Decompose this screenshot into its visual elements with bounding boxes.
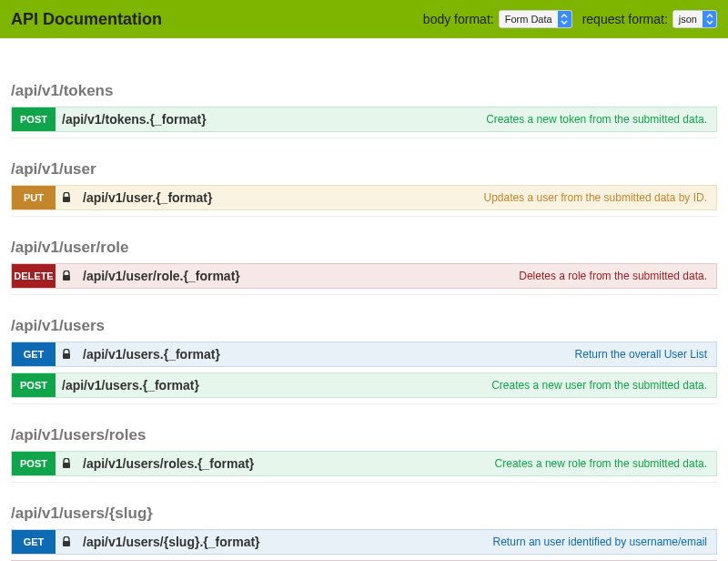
api-section: /api/v1/user/roleDELETE/api/v1/user/role…: [11, 239, 717, 295]
endpoint-path: /api/v1/users/roles.{_format}: [83, 456, 495, 471]
section-divider: [11, 138, 717, 138]
method-badge-post: POST: [12, 373, 56, 397]
section-divider: [11, 403, 717, 404]
svg-rect-0: [63, 197, 70, 202]
dropdown-arrows-icon: [703, 11, 716, 27]
request-format-select[interactable]: json: [672, 10, 717, 28]
body-format-select[interactable]: Form Data: [499, 10, 572, 28]
method-badge-get: GET: [12, 342, 56, 366]
section-title[interactable]: /api/v1/users: [11, 317, 717, 335]
endpoint-description: Creates a new role from the submitted da…: [495, 457, 707, 470]
endpoint-path: /api/v1/users.{_format}: [83, 347, 575, 362]
method-badge-put: PUT: [12, 186, 56, 209]
svg-rect-2: [63, 353, 70, 359]
endpoint-row[interactable]: DELETE/api/v1/user/role.{_format}Deletes…: [11, 263, 717, 289]
endpoint-path: /api/v1/users/{slug}.{_format}: [83, 535, 493, 549]
endpoint-row[interactable]: GET/api/v1/users.{_format}Return the ove…: [11, 342, 717, 367]
section-title[interactable]: /api/v1/users/roles: [11, 426, 717, 444]
api-section: /api/v1/tokensPOST/api/v1/tokens.{_forma…: [11, 82, 717, 138]
endpoint-path: /api/v1/user.{_format}: [83, 190, 484, 205]
endpoint-description: Creates a new user from the submitted da…: [491, 379, 707, 392]
request-format-value: json: [673, 11, 703, 27]
content-area: /api/v1/tokensPOST/api/v1/tokens.{_forma…: [0, 38, 728, 561]
header-controls: body format: Form Data request format: j…: [418, 10, 717, 28]
page-title: API Documentation: [11, 10, 418, 29]
api-section: /api/v1/userPUT/api/v1/user.{_format}Upd…: [11, 160, 717, 217]
section-title[interactable]: /api/v1/user: [11, 160, 717, 178]
section-title[interactable]: /api/v1/tokens: [11, 82, 717, 100]
svg-rect-3: [63, 463, 70, 468]
endpoint-path: /api/v1/tokens.{_format}: [62, 112, 486, 127]
method-badge-get: GET: [12, 530, 56, 554]
endpoint-description: Updates a user from the submitted data b…: [484, 191, 707, 204]
endpoint-description: Return an user identified by username/em…: [493, 536, 707, 548]
api-section: /api/v1/users/{slug}GET/api/v1/users/{sl…: [11, 505, 717, 561]
lock-icon: [62, 536, 75, 547]
method-badge-post: POST: [12, 107, 56, 131]
endpoint-row[interactable]: POST/api/v1/users.{_format}Creates a new…: [11, 372, 717, 398]
body-format-label: body format:: [423, 12, 494, 26]
lock-icon: [62, 458, 75, 469]
endpoint-description: Creates a new token from the submitted d…: [486, 113, 707, 126]
section-divider: [11, 294, 717, 295]
endpoint-path: /api/v1/user/role.{_format}: [83, 269, 519, 283]
endpoint-row[interactable]: PUT/api/v1/user.{_format}Updates a user …: [11, 185, 717, 210]
method-badge-post: POST: [12, 452, 56, 475]
endpoint-row[interactable]: POST/api/v1/tokens.{_format}Creates a ne…: [11, 107, 717, 132]
lock-icon: [62, 349, 75, 360]
section-divider: [11, 482, 717, 483]
header-bar: API Documentation body format: Form Data…: [0, 0, 728, 38]
body-format-value: Form Data: [500, 11, 558, 27]
api-section: /api/v1/usersGET/api/v1/users.{_format}R…: [11, 317, 717, 404]
endpoint-path: /api/v1/users.{_format}: [62, 378, 491, 393]
endpoint-row[interactable]: POST/api/v1/users/roles.{_format}Creates…: [11, 451, 717, 476]
method-badge-delete: DELETE: [12, 264, 56, 288]
lock-icon: [62, 270, 75, 281]
request-format-label: request format:: [582, 12, 668, 26]
endpoint-description: Return the overall User List: [575, 348, 707, 361]
section-title[interactable]: /api/v1/user/role: [11, 239, 717, 257]
api-section: /api/v1/users/rolesPOST/api/v1/users/rol…: [11, 426, 717, 483]
dropdown-arrows-icon: [558, 11, 571, 27]
endpoint-row[interactable]: GET/api/v1/users/{slug}.{_format}Return …: [11, 529, 717, 555]
section-divider: [11, 216, 717, 217]
svg-rect-1: [63, 275, 70, 280]
endpoint-description: Deletes a role from the submitted data.: [519, 270, 707, 282]
lock-icon: [62, 192, 75, 203]
section-title[interactable]: /api/v1/users/{slug}: [11, 505, 717, 523]
svg-rect-4: [63, 541, 70, 546]
